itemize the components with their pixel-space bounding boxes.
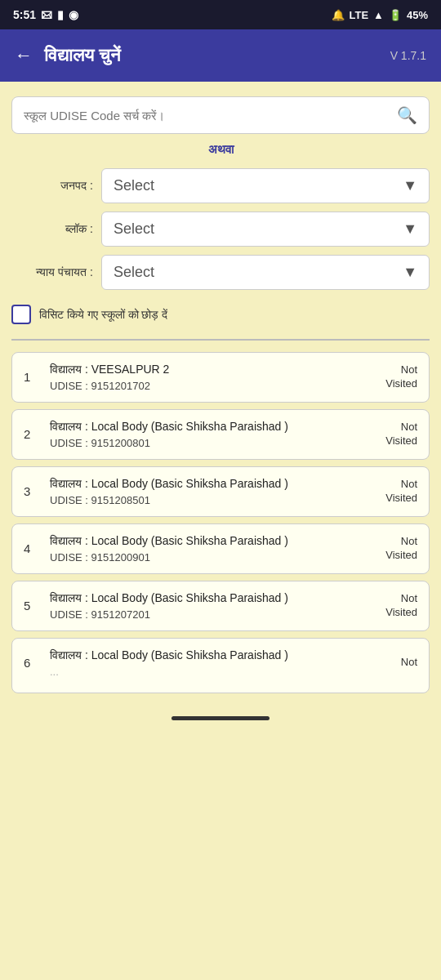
- message-icon: ▮: [57, 8, 64, 21]
- school-name: विद्यालय : VEESALPUR 2: [50, 363, 377, 376]
- chevron-down-icon: ▼: [403, 264, 417, 281]
- school-num: 6: [24, 656, 42, 670]
- school-num: 1: [24, 370, 42, 384]
- janpad-select[interactable]: Select ▼: [101, 168, 430, 203]
- school-list: 1 विद्यालय : VEESALPUR 2 UDISE : 9151201…: [11, 352, 430, 693]
- school-card-1[interactable]: 1 विद्यालय : VEESALPUR 2 UDISE : 9151201…: [11, 352, 430, 403]
- status-bar: 5:51 🖂 ▮ ◉ 🔔 LTE ▲ 🔋 45%: [0, 0, 441, 29]
- status-right: 🔔 LTE ▲ 🔋 45%: [332, 9, 429, 21]
- chevron-down-icon: ▼: [403, 177, 417, 194]
- filters-section: जनपद : Select ▼ ब्लॉक : Select ▼ न्याय प…: [11, 168, 430, 290]
- vpn-icon: ◉: [69, 8, 78, 21]
- status-left: 5:51 🖂 ▮ ◉: [13, 8, 78, 21]
- school-info: विद्यालय : Local Body (Basic Shiksha Par…: [50, 591, 377, 621]
- nyay-panchayat-label: न्याय पंचायत :: [11, 265, 101, 279]
- school-info: विद्यालय : Local Body (Basic Shiksha Par…: [50, 534, 377, 564]
- school-name: विद्यालय : Local Body (Basic Shiksha Par…: [50, 648, 393, 662]
- nyay-panchayat-value: Select: [114, 264, 154, 281]
- or-divider: अथवा: [11, 142, 430, 157]
- school-card-5[interactable]: 5 विद्यालय : Local Body (Basic Shiksha P…: [11, 581, 430, 631]
- exclude-visited-row[interactable]: विसिट किये गए स्कूलों को छोड़ दें: [11, 301, 430, 327]
- nyay-panchayat-row: न्याय पंचायत : Select ▼: [11, 255, 430, 290]
- school-info: विद्यालय : VEESALPUR 2 UDISE : 915120170…: [50, 363, 377, 392]
- header-left: ← विद्यालय चुनें: [15, 45, 121, 66]
- chevron-down-icon: ▼: [403, 220, 417, 238]
- search-bar[interactable]: 🔍: [11, 96, 430, 134]
- signal-icon: ▲: [373, 9, 384, 21]
- school-name: विद्यालय : Local Body (Basic Shiksha Par…: [50, 477, 377, 491]
- exclude-visited-checkbox[interactable]: [11, 305, 31, 324]
- school-status: NotVisited: [385, 535, 417, 563]
- block-value: Select: [114, 220, 154, 238]
- school-udise: ...: [50, 666, 393, 678]
- school-udise: UDISE : 9151200801: [50, 437, 377, 449]
- school-info: विद्यालय : Local Body (Basic Shiksha Par…: [50, 477, 377, 506]
- lte-text: LTE: [350, 9, 369, 21]
- battery-icon: 🔋: [389, 9, 402, 21]
- main-content: 🔍 अथवा जनपद : Select ▼ ब्लॉक : Select ▼ …: [0, 82, 441, 708]
- school-info: विद्यालय : Local Body (Basic Shiksha Par…: [50, 420, 377, 449]
- school-card-6[interactable]: 6 विद्यालय : Local Body (Basic Shiksha P…: [11, 638, 430, 693]
- school-status: NotVisited: [385, 478, 417, 506]
- school-info: विद्यालय : Local Body (Basic Shiksha Par…: [50, 648, 393, 678]
- battery-percent: 45%: [407, 9, 428, 21]
- block-label: ब्लॉक :: [11, 222, 101, 236]
- home-bar: [172, 716, 270, 720]
- header: ← विद्यालय चुनें V 1.7.1: [0, 29, 441, 82]
- school-status: NotVisited: [385, 421, 417, 448]
- janpad-label: जनपद :: [11, 179, 101, 193]
- time: 5:51: [13, 8, 36, 21]
- school-card-2[interactable]: 2 विद्यालय : Local Body (Basic Shiksha P…: [11, 409, 430, 460]
- janpad-value: Select: [114, 177, 154, 194]
- school-udise: UDISE : 9151201702: [50, 380, 377, 392]
- block-select[interactable]: Select ▼: [101, 212, 430, 247]
- janpad-row: जनपद : Select ▼: [11, 168, 430, 203]
- whatsapp-icon: 🖂: [41, 8, 52, 21]
- school-udise: UDISE : 9151200901: [50, 551, 377, 564]
- school-num: 5: [24, 599, 42, 612]
- nyay-panchayat-select[interactable]: Select ▼: [101, 255, 430, 290]
- school-name: विद्यालय : Local Body (Basic Shiksha Par…: [50, 420, 377, 434]
- school-status: NotVisited: [385, 592, 417, 620]
- block-row: ब्लॉक : Select ▼: [11, 212, 430, 247]
- exclude-visited-label: विसिट किये गए स्कूलों को छोड़ दें: [39, 308, 167, 322]
- school-num: 2: [24, 427, 42, 441]
- search-icon[interactable]: 🔍: [397, 105, 417, 125]
- divider: [11, 339, 430, 341]
- school-udise: UDISE : 9151208501: [50, 494, 377, 506]
- school-num: 4: [24, 541, 42, 555]
- page-title: विद्यालय चुनें: [44, 45, 121, 66]
- school-num: 3: [24, 484, 42, 498]
- school-status: NotVisited: [385, 363, 417, 391]
- school-udise: UDISE : 9151207201: [50, 608, 377, 621]
- search-input[interactable]: [24, 109, 397, 122]
- vibrate-icon: 🔔: [332, 9, 345, 21]
- school-name: विद्यालय : Local Body (Basic Shiksha Par…: [50, 534, 377, 548]
- school-card-3[interactable]: 3 विद्यालय : Local Body (Basic Shiksha P…: [11, 466, 430, 517]
- version-label: V 1.7.1: [390, 49, 426, 62]
- school-card-4[interactable]: 4 विद्यालय : Local Body (Basic Shiksha P…: [11, 523, 430, 574]
- back-button[interactable]: ←: [15, 45, 33, 66]
- school-name: विद्यालय : Local Body (Basic Shiksha Par…: [50, 591, 377, 605]
- home-indicator: [0, 708, 441, 728]
- school-status: Not: [401, 656, 417, 670]
